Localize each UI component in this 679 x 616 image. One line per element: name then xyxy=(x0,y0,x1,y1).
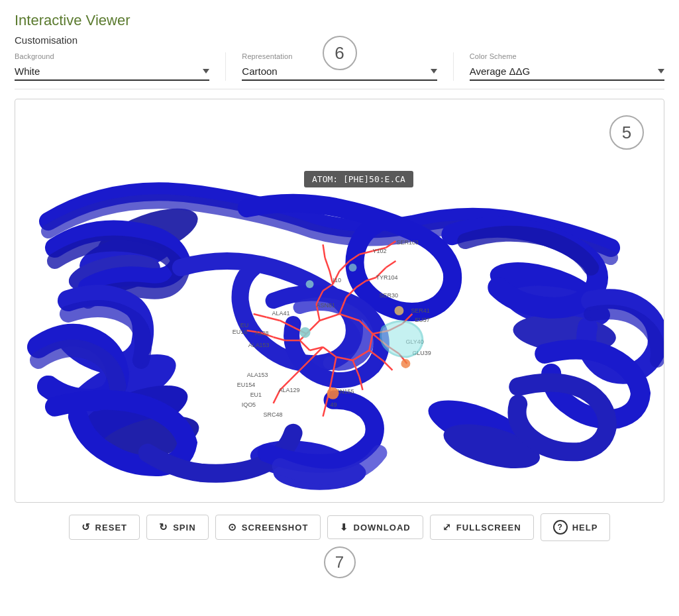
svg-text:ALA153: ALA153 xyxy=(248,342,270,348)
download-button[interactable]: DOWNLOAD xyxy=(327,515,423,539)
svg-text:Y102: Y102 xyxy=(372,248,386,254)
representation-chevron-icon xyxy=(431,69,437,74)
screenshot-button[interactable]: SCREENSHOT xyxy=(215,515,321,540)
svg-text:EU37: EU37 xyxy=(415,317,429,323)
protein-viewer[interactable]: TYR104 SER103 Y102 I10 ASN81 SER41 EU37 … xyxy=(15,99,664,503)
svg-text:EU: EU xyxy=(240,322,248,329)
screenshot-label: SCREENSHOT xyxy=(242,523,309,533)
background-label: Background xyxy=(15,52,209,60)
svg-text:SER41: SER41 xyxy=(411,307,429,314)
background-chevron-icon xyxy=(203,69,209,74)
background-value: White xyxy=(15,66,40,77)
svg-text:ASN81: ASN81 xyxy=(317,302,335,309)
color-scheme-label: Color Scheme xyxy=(470,52,664,60)
svg-text:SER103: SER103 xyxy=(396,239,418,246)
svg-text:A128: A128 xyxy=(255,330,269,336)
svg-text:ALA41: ALA41 xyxy=(272,310,290,317)
svg-point-97 xyxy=(394,306,403,315)
spin-icon xyxy=(159,521,168,533)
svg-text:ALA129: ALA129 xyxy=(279,387,300,393)
help-icon xyxy=(553,520,568,535)
color-scheme-select[interactable]: Average ΔΔG xyxy=(470,63,664,81)
fullscreen-label: FULLSCREEN xyxy=(456,523,521,533)
svg-text:49: 49 xyxy=(331,401,337,408)
viewer-inner: TYR104 SER103 Y102 I10 ASN81 SER41 EU37 … xyxy=(15,99,664,502)
svg-text:TYR104: TYR104 xyxy=(376,274,397,281)
svg-point-93 xyxy=(300,327,311,338)
controls-bar: RESET SPIN SCREENSHOT DOWNLOAD FULLSCREE… xyxy=(15,513,664,541)
background-field: Background White xyxy=(15,52,226,81)
svg-point-96 xyxy=(306,280,314,288)
screenshot-icon xyxy=(228,521,237,533)
help-label: HELP xyxy=(572,523,598,533)
svg-text:EU1: EU1 xyxy=(250,391,262,398)
svg-point-94 xyxy=(327,387,339,399)
header-badge: 6 xyxy=(323,36,357,70)
header-row: Interactive Viewer 6 xyxy=(15,12,664,29)
fullscreen-icon xyxy=(443,521,452,533)
protein-svg: TYR104 SER103 Y102 I10 ASN81 SER41 EU37 … xyxy=(15,99,664,502)
reset-label: RESET xyxy=(95,523,128,533)
download-label: DOWNLOAD xyxy=(353,523,410,533)
representation-value: Cartoon xyxy=(242,66,277,77)
color-scheme-field: Color Scheme Average ΔΔG xyxy=(470,52,664,81)
svg-text:SRC48: SRC48 xyxy=(264,411,283,418)
svg-text:EU16: EU16 xyxy=(233,329,247,335)
help-button[interactable]: HELP xyxy=(541,513,611,541)
svg-point-98 xyxy=(348,264,356,272)
svg-text:SER30: SER30 xyxy=(379,292,397,299)
reset-icon xyxy=(81,521,91,533)
background-select[interactable]: White xyxy=(15,63,209,81)
color-scheme-value: Average ΔΔG xyxy=(470,66,530,77)
viewer-badge: 5 xyxy=(609,115,644,150)
svg-text:EU154: EU154 xyxy=(237,382,255,388)
reset-button[interactable]: RESET xyxy=(69,515,140,540)
spin-button[interactable]: SPIN xyxy=(146,515,209,540)
svg-text:IQO5: IQO5 xyxy=(242,401,256,408)
footer-badge: 7 xyxy=(324,546,356,578)
svg-point-95 xyxy=(401,359,410,368)
svg-text:ALA153: ALA153 xyxy=(247,372,268,378)
svg-text:I10: I10 xyxy=(333,277,342,283)
download-icon xyxy=(340,522,348,533)
color-scheme-chevron-icon xyxy=(658,69,664,74)
fullscreen-button[interactable]: FULLSCREEN xyxy=(430,515,534,540)
app-title: Interactive Viewer xyxy=(15,12,664,29)
spin-label: SPIN xyxy=(173,523,196,533)
